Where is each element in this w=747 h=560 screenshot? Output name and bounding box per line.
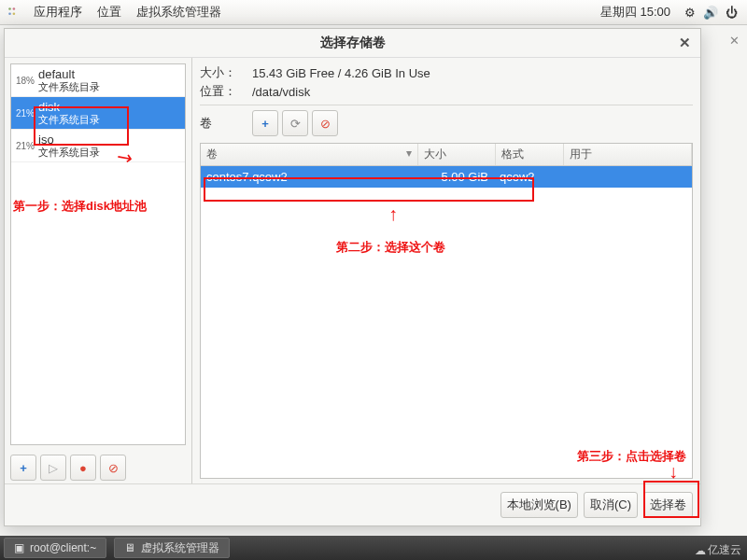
delete-pool-button[interactable]: ⊘ bbox=[100, 455, 126, 481]
pool-usage-pct: 18% bbox=[16, 76, 36, 86]
size-label: 大小： bbox=[200, 64, 252, 81]
delete-icon: ⊘ bbox=[108, 461, 119, 475]
record-icon: ● bbox=[79, 461, 87, 475]
plus-icon: + bbox=[20, 461, 27, 475]
volume-row[interactable]: centos7.qcow2 5.00 GiB qcow2 bbox=[201, 166, 692, 188]
task-terminal[interactable]: ▣ root@client:~ bbox=[4, 538, 106, 558]
pool-item-disk[interactable]: 21% disk文件系统目录 bbox=[11, 97, 185, 130]
start-pool-button[interactable]: ▷ bbox=[40, 455, 66, 481]
pool-type: 文件系统目录 bbox=[38, 81, 180, 93]
main-pane: 大小：15.43 GiB Free / 4.26 GiB In Use 位置：/… bbox=[192, 58, 700, 484]
pool-item-default[interactable]: 18% default文件系统目录 bbox=[11, 64, 185, 97]
pool-item-iso[interactable]: 21% iso文件系统目录 bbox=[11, 130, 185, 162]
sort-icon: ▾ bbox=[406, 147, 412, 160]
refresh-button[interactable]: ⟳ bbox=[282, 110, 308, 136]
dialog-titlebar: 选择存储卷 ✕ bbox=[5, 29, 700, 58]
task-label: 虚拟系统管理器 bbox=[141, 539, 219, 557]
clock-label[interactable]: 星期四 15:00 bbox=[591, 4, 680, 21]
storage-volume-dialog: 选择存储卷 ✕ 18% default文件系统目录 21% disk文件系统目录… bbox=[4, 28, 701, 526]
delete-volume-button[interactable]: ⊘ bbox=[312, 110, 338, 136]
col-format[interactable]: 格式 bbox=[496, 144, 564, 165]
activities-icon bbox=[6, 5, 21, 20]
pool-list: 18% default文件系统目录 21% disk文件系统目录 21% iso… bbox=[10, 63, 186, 445]
location-value: /data/vdisk bbox=[252, 85, 693, 99]
pool-sidebar: 18% default文件系统目录 21% disk文件系统目录 21% iso… bbox=[5, 58, 192, 484]
dialog-footer: 本地浏览(B) 取消(C) 选择卷 bbox=[5, 483, 700, 525]
svg-point-2 bbox=[8, 12, 11, 15]
pool-type: 文件系统目录 bbox=[38, 147, 180, 159]
local-browse-button[interactable]: 本地浏览(B) bbox=[500, 492, 578, 518]
choose-volume-button[interactable]: 选择卷 bbox=[643, 492, 693, 518]
close-icon[interactable]: ✕ bbox=[676, 35, 693, 51]
menu-places[interactable]: 位置 bbox=[90, 4, 129, 21]
task-label: root@client:~ bbox=[30, 539, 96, 557]
cancel-button[interactable]: 取消(C) bbox=[584, 492, 638, 518]
background-close-icon[interactable]: ✕ bbox=[726, 34, 741, 49]
svg-point-0 bbox=[8, 7, 11, 10]
new-volume-button[interactable]: + bbox=[252, 110, 278, 136]
dialog-title: 选择存储卷 bbox=[320, 35, 386, 51]
pool-name: default bbox=[38, 67, 180, 81]
volume-name: centos7.qcow2 bbox=[201, 166, 417, 188]
play-icon: ▷ bbox=[49, 461, 58, 475]
pool-name: disk bbox=[38, 100, 180, 114]
col-size[interactable]: 大小 bbox=[418, 144, 496, 165]
pool-type: 文件系统目录 bbox=[38, 114, 180, 126]
stop-pool-button[interactable]: ● bbox=[70, 455, 96, 481]
task-vmm[interactable]: 🖥 虚拟系统管理器 bbox=[114, 538, 230, 558]
network-icon[interactable]: ⚙ bbox=[682, 6, 698, 20]
volume-table-header: 卷 ▾ 大小 格式 用于 bbox=[201, 144, 692, 166]
watermark: ☁亿速云 bbox=[695, 542, 741, 558]
pool-usage-pct: 21% bbox=[16, 108, 36, 119]
volume-used bbox=[561, 166, 692, 188]
volumes-label: 卷 bbox=[200, 115, 252, 132]
gnome-taskbar: ▣ root@client:~ 🖥 虚拟系统管理器 bbox=[0, 536, 747, 560]
volume-format: qcow2 bbox=[494, 166, 561, 188]
delete-icon: ⊘ bbox=[320, 117, 331, 131]
plus-icon: + bbox=[261, 117, 269, 131]
size-value: 15.43 GiB Free / 4.26 GiB In Use bbox=[252, 66, 693, 80]
svg-point-1 bbox=[13, 7, 16, 10]
gnome-menubar: 应用程序 位置 虚拟系统管理器 星期四 15:00 ⚙ 🔊 ⏻ bbox=[0, 0, 747, 25]
power-icon[interactable]: ⏻ bbox=[723, 6, 740, 20]
pool-usage-pct: 21% bbox=[16, 141, 36, 151]
vmm-icon: 🖥 bbox=[124, 539, 135, 557]
add-pool-button[interactable]: + bbox=[10, 455, 36, 481]
pool-name: iso bbox=[38, 133, 180, 147]
col-volume[interactable]: 卷 ▾ bbox=[201, 144, 418, 165]
volume-icon[interactable]: 🔊 bbox=[702, 6, 719, 20]
svg-point-3 bbox=[13, 12, 16, 15]
volume-table: 卷 ▾ 大小 格式 用于 centos7.qcow2 5.00 GiB qcow… bbox=[200, 143, 693, 479]
menu-vmm[interactable]: 虚拟系统管理器 bbox=[129, 4, 229, 21]
col-used[interactable]: 用于 bbox=[564, 144, 692, 165]
location-label: 位置： bbox=[200, 83, 252, 100]
terminal-icon: ▣ bbox=[14, 539, 24, 557]
refresh-icon: ⟳ bbox=[290, 117, 301, 131]
volume-size: 5.00 GiB bbox=[417, 166, 494, 188]
menu-applications[interactable]: 应用程序 bbox=[26, 4, 90, 21]
cloud-icon: ☁ bbox=[695, 544, 706, 557]
